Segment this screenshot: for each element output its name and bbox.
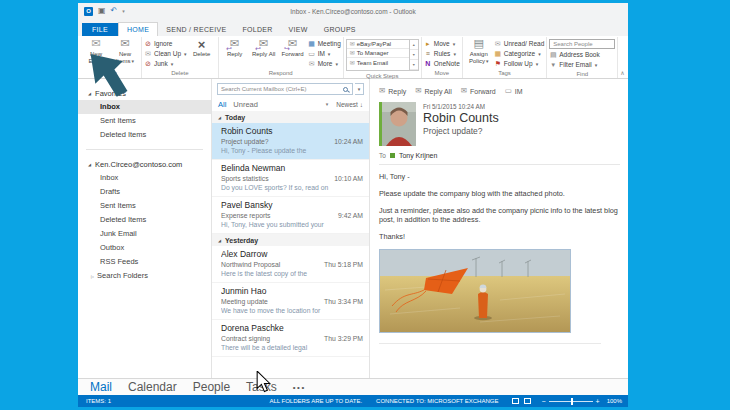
message-item-robin-counts[interactable]: Robin CountsProject update?10:24 AMHi, T… (212, 123, 369, 160)
ribbon-button-unread-read[interactable]: ✉Unread/ Read (494, 39, 544, 48)
ribbon-button-rules[interactable]: ≡Rules▾ (424, 49, 460, 58)
folder-junk-email[interactable]: Junk Email (78, 227, 211, 241)
tab-send-receive[interactable]: SEND / RECEIVE (158, 23, 234, 36)
reply-icon: ✉↩ (230, 38, 239, 51)
tab-file[interactable]: FILE (82, 23, 118, 36)
reading-toolbar: ✉Reply✉Reply All✉Forward▭IM (379, 85, 620, 97)
message-subject: Project update? (423, 126, 499, 137)
im-icon: ▭ (505, 87, 512, 95)
normal-view-icon[interactable] (512, 398, 519, 404)
account-header[interactable]: ◢Ken.Circeo@contoso.com (78, 157, 211, 171)
message-item-belinda-newman[interactable]: Belinda NewmanSports statistics10:10 AMD… (212, 160, 369, 197)
message-subject: Project update? (221, 137, 330, 146)
nav-item-tasks[interactable]: Tasks (246, 379, 277, 396)
zoom-out-button[interactable]: − (541, 398, 545, 405)
ribbon-button-ignore[interactable]: ⊘Ignore (144, 39, 187, 48)
sort-newest[interactable]: Newest ↓ (336, 101, 363, 108)
folder-drafts[interactable]: Drafts (78, 185, 211, 199)
message-subject: Sports statistics (221, 174, 330, 183)
folder-favorites-deleted-items[interactable]: Deleted Items (78, 128, 211, 142)
ribbon-button-reply[interactable]: ✉↩Reply (221, 37, 249, 58)
favorites-header[interactable]: ◢Favorites (78, 86, 211, 100)
folder-favorites-inbox[interactable]: Inbox (78, 100, 211, 114)
filter-all[interactable]: All (218, 100, 226, 109)
expanded-caret-icon: ◢ (218, 238, 221, 243)
navigation-bar: MailCalendarPeopleTasks••• (78, 378, 628, 395)
tab-folder[interactable]: FOLDER (234, 23, 280, 36)
send-receive-icon[interactable]: ▣ (98, 7, 106, 15)
message-sender: Dorena Paschke (221, 323, 363, 334)
folder-favorites-sent-items[interactable]: Sent Items (78, 114, 211, 128)
ribbon-button-forward[interactable]: ✉↪Forward (279, 37, 307, 58)
zoom-in-button[interactable]: + (596, 398, 600, 405)
ribbon-group-move: ▸Move▾≡Rules▾NOneNoteMove (422, 37, 463, 78)
recipient-name[interactable]: Tony Krijnen (399, 152, 438, 159)
search-input[interactable] (221, 86, 343, 92)
reply-all-button[interactable]: ✉Reply All (415, 87, 452, 95)
message-group-header-yesterday[interactable]: ◢Yesterday (212, 234, 369, 246)
ribbon-button-meeting[interactable]: ▦Meeting (308, 39, 341, 48)
search-icon[interactable] (343, 87, 348, 92)
forward-button[interactable]: ✉Forward (461, 87, 496, 95)
tab-groups[interactable]: GROUPS (316, 23, 364, 36)
folder-inbox[interactable]: Inbox (78, 171, 211, 185)
quick-step-team-email[interactable]: ✉Team Email (347, 58, 409, 67)
search-box[interactable] (217, 83, 353, 95)
reading-view-icon[interactable] (524, 398, 531, 404)
im-button[interactable]: ▭IM (505, 87, 523, 95)
tab-home[interactable]: HOME (118, 22, 158, 36)
folder-sent-items[interactable]: Sent Items (78, 199, 211, 213)
spin-down-icon[interactable]: ▾ (410, 60, 418, 70)
qat-menu-icon[interactable]: ▾ (122, 9, 125, 14)
search-scope-dropdown[interactable]: ▾ (355, 83, 364, 95)
message-group-header-today[interactable]: ◢Today (212, 111, 369, 123)
ribbon-button-delete[interactable]: ×Delete (188, 37, 216, 58)
ribbon-button-categorize[interactable]: ▦Categorize▾ (494, 49, 544, 58)
ribbon-button-new-email[interactable]: ✉New Email (82, 37, 110, 64)
zoom-slider-thumb[interactable] (571, 398, 573, 405)
ribbon-button-address-book[interactable]: ▤Address Book (549, 50, 615, 59)
message-item-pavel-bansky[interactable]: Pavel BanskyExpense reports9:42 AMHi, To… (212, 197, 369, 234)
ribbon-button-clean-up[interactable]: ✉Clean Up▾ (144, 49, 187, 58)
ribbon-button-assign-policy[interactable]: ▤Assign Policy▾ (465, 37, 493, 64)
folder-rss-feeds[interactable]: RSS Feeds (78, 255, 211, 269)
spin-down-icon[interactable]: ▾ (410, 50, 418, 60)
nav-item-people[interactable]: People (193, 379, 230, 396)
ribbon-button-move[interactable]: ▸Move▾ (424, 39, 460, 48)
folder-search-folders[interactable]: ▷Search Folders (78, 269, 211, 283)
ribbon-button-new-items[interactable]: ✉New Items▾ (111, 37, 139, 64)
message-preview: Do you LOVE sports? If so, read on (221, 183, 363, 192)
message-item-dorena-paschke[interactable]: Dorena PaschkeContract signingThu 3:29 P… (212, 320, 369, 357)
message-item-alex-darrow[interactable]: Alex DarrowNorthwind ProposalThu 5:18 PM… (212, 246, 369, 283)
nav-item-mail[interactable]: Mail (90, 379, 112, 396)
reply-button[interactable]: ✉Reply (379, 87, 406, 95)
ribbon-button-onenote[interactable]: NOneNote (424, 59, 460, 68)
ribbon-button-more[interactable]: ✉More▾ (308, 59, 341, 68)
message-sender: Robin Counts (221, 126, 363, 137)
quick-step-to-manager[interactable]: ✉To Manager (347, 49, 409, 58)
ribbon-button-filter-email[interactable]: ▼Filter Email▾ (549, 60, 615, 69)
nav-item-calendar[interactable]: Calendar (128, 379, 177, 396)
message-item-junmin-hao[interactable]: Junmin HaoMeeting updateThu 3:34 PMWe ha… (212, 283, 369, 320)
attached-photo[interactable] (379, 249, 571, 333)
collapse-ribbon-icon[interactable]: ∧ (618, 69, 628, 78)
tab-view[interactable]: VIEW (281, 23, 316, 36)
folder-deleted-items[interactable]: Deleted Items (78, 213, 211, 227)
nav-more-button[interactable]: ••• (293, 383, 306, 392)
zoom-slider[interactable] (549, 401, 593, 402)
undo-icon[interactable]: ↶ (111, 7, 118, 15)
search-people-input[interactable] (549, 39, 615, 49)
ribbon-button-follow-up[interactable]: ⚑Follow Up▾ (494, 59, 544, 68)
filter-unread[interactable]: Unread (233, 100, 258, 109)
ribbon-group-new: ✉New Email✉New Items▾New (80, 37, 142, 78)
ribbon-button-im[interactable]: ▭IM▾ (308, 49, 341, 58)
folder-outbox[interactable]: Outbox (78, 241, 211, 255)
ribbon-button-junk[interactable]: ⊘Junk▾ (144, 59, 187, 68)
by-date-dropdown-icon[interactable]: ▾ (326, 101, 329, 107)
ribbon-button-reply-all[interactable]: ✉↩Reply All (250, 37, 278, 58)
spin-up-icon[interactable]: ▴ (410, 40, 418, 50)
folder-group-label: Favorites (95, 89, 126, 98)
reply-all-icon: ✉ (415, 87, 421, 95)
ribbon-button-label: Address Book (559, 51, 599, 58)
quick-step-ebay-paypal[interactable]: ✉eBay/PayPal (347, 40, 409, 49)
